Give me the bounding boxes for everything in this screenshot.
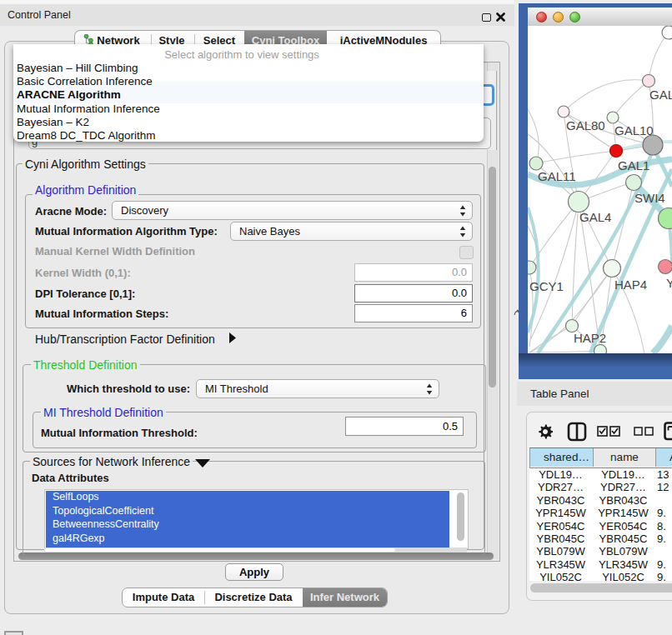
svg-text:SWI4: SWI4 — [634, 191, 665, 205]
svg-text:GAL10: GAL10 — [614, 123, 654, 138]
svg-text:Y: Y — [666, 276, 672, 290]
svg-text:HAP4: HAP4 — [614, 278, 647, 292]
svg-text:HAP2: HAP2 — [574, 331, 606, 345]
svg-text:GAL80: GAL80 — [566, 118, 605, 132]
svg-text:GAL: GAL — [649, 88, 672, 102]
svg-text:GCY1: GCY1 — [529, 279, 564, 293]
svg-text:GAL11: GAL11 — [538, 169, 576, 183]
svg-text:GAL1: GAL1 — [618, 158, 649, 172]
svg-text:GAL4: GAL4 — [579, 210, 611, 224]
